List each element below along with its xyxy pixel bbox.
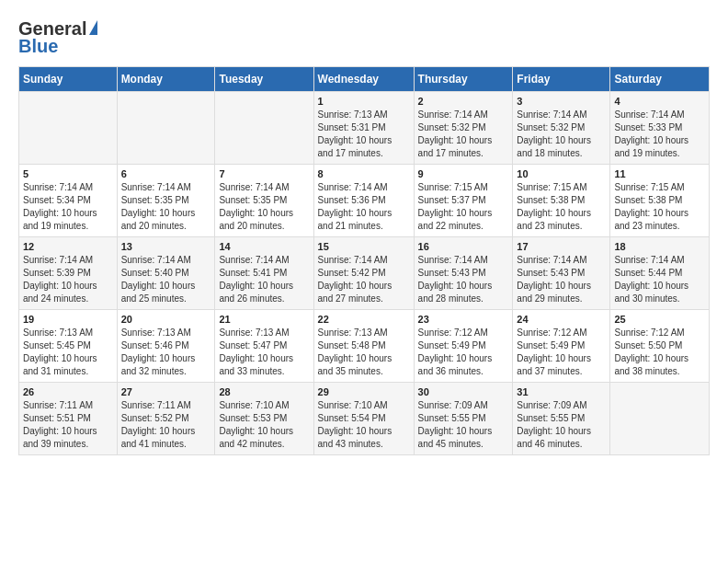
calendar-week-row: 26Sunrise: 7:11 AM Sunset: 5:51 PM Dayli… <box>19 383 710 455</box>
calendar-cell: 6Sunrise: 7:14 AM Sunset: 5:35 PM Daylig… <box>117 165 215 237</box>
calendar-cell: 28Sunrise: 7:10 AM Sunset: 5:53 PM Dayli… <box>215 383 313 455</box>
calendar-cell: 3Sunrise: 7:14 AM Sunset: 5:32 PM Daylig… <box>513 92 610 165</box>
day-content: Sunrise: 7:14 AM Sunset: 5:41 PM Dayligh… <box>219 254 309 305</box>
day-number: 18 <box>614 241 705 252</box>
day-content: Sunrise: 7:11 AM Sunset: 5:51 PM Dayligh… <box>23 399 113 451</box>
day-header-wednesday: Wednesday <box>313 67 414 92</box>
calendar-cell: 13Sunrise: 7:14 AM Sunset: 5:40 PM Dayli… <box>117 237 215 310</box>
page-container: General Blue SundayMondayTuesdayWednesda… <box>0 0 728 465</box>
day-content: Sunrise: 7:13 AM Sunset: 5:45 PM Dayligh… <box>23 327 113 378</box>
day-number: 27 <box>121 386 211 397</box>
calendar-week-row: 12Sunrise: 7:14 AM Sunset: 5:39 PM Dayli… <box>19 237 710 310</box>
day-number: 2 <box>418 96 509 107</box>
calendar-cell: 10Sunrise: 7:15 AM Sunset: 5:38 PM Dayli… <box>513 165 610 237</box>
calendar-cell: 31Sunrise: 7:09 AM Sunset: 5:55 PM Dayli… <box>513 383 610 455</box>
calendar-table: SundayMondayTuesdayWednesdayThursdayFrid… <box>18 66 710 455</box>
logo-triangle-icon <box>89 20 97 35</box>
calendar-cell: 29Sunrise: 7:10 AM Sunset: 5:54 PM Dayli… <box>313 383 414 455</box>
day-content: Sunrise: 7:10 AM Sunset: 5:53 PM Dayligh… <box>219 399 309 451</box>
day-content: Sunrise: 7:14 AM Sunset: 5:43 PM Dayligh… <box>517 254 606 305</box>
day-number: 17 <box>517 241 606 252</box>
calendar-cell: 30Sunrise: 7:09 AM Sunset: 5:55 PM Dayli… <box>414 383 513 455</box>
calendar-cell: 19Sunrise: 7:13 AM Sunset: 5:45 PM Dayli… <box>19 310 118 383</box>
day-content: Sunrise: 7:10 AM Sunset: 5:54 PM Dayligh… <box>318 399 410 451</box>
day-number: 20 <box>121 314 211 325</box>
day-content: Sunrise: 7:15 AM Sunset: 5:38 PM Dayligh… <box>614 181 705 233</box>
day-content: Sunrise: 7:12 AM Sunset: 5:50 PM Dayligh… <box>614 327 705 378</box>
day-number: 24 <box>517 314 606 325</box>
day-number: 25 <box>614 314 705 325</box>
day-number: 16 <box>418 241 509 252</box>
day-header-saturday: Saturday <box>610 67 710 92</box>
day-content: Sunrise: 7:14 AM Sunset: 5:34 PM Dayligh… <box>23 181 113 233</box>
day-number: 21 <box>219 314 309 325</box>
day-header-sunday: Sunday <box>19 67 118 92</box>
day-content: Sunrise: 7:14 AM Sunset: 5:35 PM Dayligh… <box>219 181 309 233</box>
day-number: 3 <box>517 96 606 107</box>
day-content: Sunrise: 7:14 AM Sunset: 5:32 PM Dayligh… <box>517 109 606 160</box>
day-content: Sunrise: 7:14 AM Sunset: 5:35 PM Dayligh… <box>121 181 211 233</box>
day-number: 14 <box>219 241 309 252</box>
day-number: 7 <box>219 168 309 179</box>
day-content: Sunrise: 7:13 AM Sunset: 5:46 PM Dayligh… <box>121 327 211 378</box>
calendar-cell: 21Sunrise: 7:13 AM Sunset: 5:47 PM Dayli… <box>215 310 313 383</box>
day-header-friday: Friday <box>513 67 610 92</box>
logo: General Blue <box>18 18 97 57</box>
calendar-cell: 18Sunrise: 7:14 AM Sunset: 5:44 PM Dayli… <box>610 237 710 310</box>
calendar-cell: 25Sunrise: 7:12 AM Sunset: 5:50 PM Dayli… <box>610 310 710 383</box>
day-number: 8 <box>318 168 410 179</box>
day-content: Sunrise: 7:15 AM Sunset: 5:38 PM Dayligh… <box>517 181 606 233</box>
day-number: 30 <box>418 386 509 397</box>
day-content: Sunrise: 7:14 AM Sunset: 5:33 PM Dayligh… <box>614 109 705 160</box>
day-number: 19 <box>23 314 113 325</box>
day-number: 12 <box>23 241 113 252</box>
day-number: 9 <box>418 168 509 179</box>
day-content: Sunrise: 7:14 AM Sunset: 5:32 PM Dayligh… <box>418 109 509 160</box>
day-content: Sunrise: 7:13 AM Sunset: 5:31 PM Dayligh… <box>318 109 410 160</box>
calendar-cell: 24Sunrise: 7:12 AM Sunset: 5:49 PM Dayli… <box>513 310 610 383</box>
calendar-cell <box>117 92 215 165</box>
day-content: Sunrise: 7:09 AM Sunset: 5:55 PM Dayligh… <box>418 399 509 451</box>
calendar-cell: 16Sunrise: 7:14 AM Sunset: 5:43 PM Dayli… <box>414 237 513 310</box>
day-header-thursday: Thursday <box>414 67 513 92</box>
day-content: Sunrise: 7:14 AM Sunset: 5:40 PM Dayligh… <box>121 254 211 305</box>
day-content: Sunrise: 7:14 AM Sunset: 5:39 PM Dayligh… <box>23 254 113 305</box>
day-number: 4 <box>614 96 705 107</box>
calendar-cell: 8Sunrise: 7:14 AM Sunset: 5:36 PM Daylig… <box>313 165 414 237</box>
day-number: 11 <box>614 168 705 179</box>
day-number: 6 <box>121 168 211 179</box>
day-number: 23 <box>418 314 509 325</box>
day-number: 31 <box>517 386 606 397</box>
calendar-cell: 23Sunrise: 7:12 AM Sunset: 5:49 PM Dayli… <box>414 310 513 383</box>
day-content: Sunrise: 7:11 AM Sunset: 5:52 PM Dayligh… <box>121 399 211 451</box>
day-number: 28 <box>219 386 309 397</box>
calendar-cell: 1Sunrise: 7:13 AM Sunset: 5:31 PM Daylig… <box>313 92 414 165</box>
day-content: Sunrise: 7:15 AM Sunset: 5:37 PM Dayligh… <box>418 181 509 233</box>
calendar-cell: 7Sunrise: 7:14 AM Sunset: 5:35 PM Daylig… <box>215 165 313 237</box>
calendar-cell: 17Sunrise: 7:14 AM Sunset: 5:43 PM Dayli… <box>513 237 610 310</box>
day-content: Sunrise: 7:13 AM Sunset: 5:48 PM Dayligh… <box>318 327 410 378</box>
day-number: 13 <box>121 241 211 252</box>
day-header-tuesday: Tuesday <box>215 67 313 92</box>
day-number: 22 <box>318 314 410 325</box>
calendar-cell <box>610 383 710 455</box>
calendar-cell: 15Sunrise: 7:14 AM Sunset: 5:42 PM Dayli… <box>313 237 414 310</box>
calendar-cell: 26Sunrise: 7:11 AM Sunset: 5:51 PM Dayli… <box>19 383 118 455</box>
day-content: Sunrise: 7:12 AM Sunset: 5:49 PM Dayligh… <box>418 327 509 378</box>
calendar-cell: 5Sunrise: 7:14 AM Sunset: 5:34 PM Daylig… <box>19 165 118 237</box>
day-content: Sunrise: 7:09 AM Sunset: 5:55 PM Dayligh… <box>517 399 606 451</box>
day-number: 15 <box>318 241 410 252</box>
logo-blue: Blue <box>18 36 58 57</box>
day-content: Sunrise: 7:14 AM Sunset: 5:43 PM Dayligh… <box>418 254 509 305</box>
day-header-monday: Monday <box>117 67 215 92</box>
calendar-cell: 2Sunrise: 7:14 AM Sunset: 5:32 PM Daylig… <box>414 92 513 165</box>
calendar-cell: 4Sunrise: 7:14 AM Sunset: 5:33 PM Daylig… <box>610 92 710 165</box>
day-number: 5 <box>23 168 113 179</box>
calendar-cell: 9Sunrise: 7:15 AM Sunset: 5:37 PM Daylig… <box>414 165 513 237</box>
calendar-cell <box>215 92 313 165</box>
calendar-cell: 11Sunrise: 7:15 AM Sunset: 5:38 PM Dayli… <box>610 165 710 237</box>
calendar-cell: 12Sunrise: 7:14 AM Sunset: 5:39 PM Dayli… <box>19 237 118 310</box>
calendar-cell: 22Sunrise: 7:13 AM Sunset: 5:48 PM Dayli… <box>313 310 414 383</box>
day-content: Sunrise: 7:13 AM Sunset: 5:47 PM Dayligh… <box>219 327 309 378</box>
day-content: Sunrise: 7:14 AM Sunset: 5:36 PM Dayligh… <box>318 181 410 233</box>
